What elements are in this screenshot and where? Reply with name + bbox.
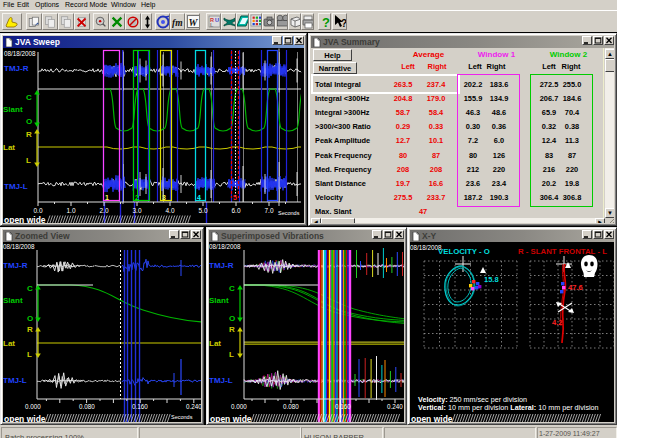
svg-text:R: R: [27, 325, 33, 334]
svg-text:6.0: 6.0: [231, 207, 240, 214]
svg-text:08/18/2008: 08/18/2008: [3, 243, 35, 250]
svg-text:0.080: 0.080: [79, 403, 95, 410]
svg-text:1.0: 1.0: [66, 207, 75, 214]
svg-text:2.0: 2.0: [99, 207, 108, 214]
svg-text:08/18/2008: 08/18/2008: [4, 50, 36, 57]
svg-text:Seconds: Seconds: [171, 414, 193, 420]
svg-text:1: 1: [105, 194, 109, 201]
svg-text:4.2: 4.2: [552, 318, 562, 327]
svg-text:L: L: [27, 350, 32, 359]
svg-text:0.000: 0.000: [25, 403, 41, 410]
svg-text:open wide: open wide: [411, 414, 453, 423]
svg-text:15.8: 15.8: [484, 275, 499, 284]
svg-text:Lat: Lat: [209, 339, 221, 348]
svg-text:C: C: [229, 284, 235, 293]
svg-text:Seconds: Seconds: [278, 210, 300, 216]
svg-text:3: 3: [162, 194, 166, 201]
svg-text:5: 5: [233, 194, 237, 201]
svg-text:R: R: [229, 325, 235, 334]
svg-text:?: ?: [341, 18, 346, 29]
svg-text:TMJ-L: TMJ-L: [209, 376, 233, 385]
svg-text:7.0: 7.0: [264, 207, 273, 214]
svg-text:4.0: 4.0: [165, 207, 174, 214]
svg-text:3.0: 3.0: [132, 207, 141, 214]
svg-text:VELOCITY - O: VELOCITY - O: [438, 247, 490, 256]
svg-text:0.0: 0.0: [33, 207, 42, 214]
svg-text:0.080: 0.080: [283, 403, 299, 410]
svg-text:fm: fm: [172, 18, 183, 28]
svg-text:open wide: open wide: [4, 215, 46, 223]
svg-text:TMJ-R: TMJ-R: [3, 261, 28, 270]
svg-text:0.240: 0.240: [387, 403, 403, 410]
svg-text:0.000: 0.000: [231, 403, 247, 410]
svg-text:5.0: 5.0: [198, 207, 207, 214]
svg-text:O: O: [26, 117, 32, 126]
svg-text:L: L: [229, 350, 234, 359]
svg-text:0.240: 0.240: [186, 403, 201, 410]
svg-text:O: O: [229, 314, 235, 323]
svg-text:0.160: 0.160: [132, 403, 148, 410]
svg-text:O: O: [27, 314, 33, 323]
svg-text:C: C: [27, 284, 33, 293]
svg-text:Lat: Lat: [3, 339, 15, 348]
svg-text:TMJ-L: TMJ-L: [3, 376, 27, 385]
svg-text:W: W: [189, 17, 199, 28]
svg-text:?: ?: [322, 15, 330, 30]
svg-text:C: C: [26, 93, 32, 102]
svg-text:TMJ-R: TMJ-R: [4, 64, 29, 73]
svg-text:open wide: open wide: [4, 414, 46, 423]
svg-text:open wide: open wide: [210, 414, 252, 423]
svg-text:U: U: [215, 17, 219, 23]
svg-text:Slant: Slant: [209, 296, 229, 305]
svg-text:47.6: 47.6: [568, 283, 583, 292]
svg-text:TMJ-L: TMJ-L: [4, 182, 28, 191]
svg-text:TMJ-R: TMJ-R: [209, 261, 234, 270]
svg-text:0.160: 0.160: [335, 403, 351, 410]
svg-text:Slant: Slant: [3, 296, 23, 305]
svg-text:4: 4: [197, 194, 201, 201]
svg-text:R - SLANT FRONTAL - L: R - SLANT FRONTAL - L: [518, 247, 607, 256]
svg-text:Lat: Lat: [3, 143, 15, 152]
svg-text:08/18/2008: 08/18/2008: [209, 243, 241, 250]
svg-text:Vertical: 10 mm per division L: Vertical: 10 mm per division Lateral: 10…: [418, 403, 599, 412]
svg-text:L: L: [26, 156, 31, 165]
svg-text:R: R: [26, 130, 32, 139]
svg-text:Slant: Slant: [3, 105, 23, 114]
